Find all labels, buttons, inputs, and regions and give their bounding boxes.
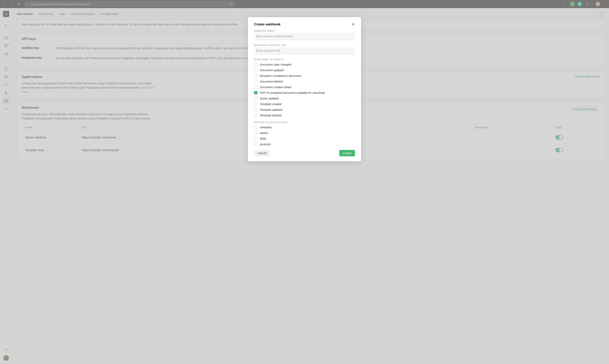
modal-overlay: Create webhook ✕ WEBHOOK NAME* WEBHOOK E… <box>0 0 609 364</box>
event-label: Document creation failed <box>260 86 291 89</box>
checkbox[interactable] <box>254 85 257 89</box>
checkbox[interactable] <box>254 137 257 140</box>
checkbox[interactable] <box>254 131 257 135</box>
close-icon[interactable]: ✕ <box>352 22 355 27</box>
event-row[interactable]: Document creation failed <box>254 85 355 89</box>
event-label: Template created <box>260 103 281 106</box>
event-row[interactable]: Quote updated <box>254 97 355 100</box>
event-row[interactable]: Template created <box>254 102 355 106</box>
event-label: Document updated <box>260 69 284 72</box>
checkbox[interactable] <box>254 63 257 66</box>
create-webhook-modal: Create webhook ✕ WEBHOOK NAME* WEBHOOK E… <box>248 17 361 161</box>
events-label: SUBSCRIBE TO EVENTS* <box>254 58 355 61</box>
webhook-url-label-text: WEBHOOK ENDPOINT URL <box>254 44 286 46</box>
payload-list: metadatatokensfieldsproducts <box>254 126 355 146</box>
event-label: Template updated <box>260 108 282 111</box>
checkmark-icon: ✓ <box>255 91 257 94</box>
webhook-url-input[interactable] <box>254 47 355 54</box>
event-row[interactable]: Document state changed <box>254 63 355 66</box>
payload-label: fields <box>260 137 266 140</box>
checkbox[interactable] <box>254 143 257 146</box>
checkbox[interactable] <box>254 80 257 83</box>
event-label: Document state changed <box>260 63 291 66</box>
payload-label: tokens <box>260 131 268 135</box>
modal-title: Create webhook <box>254 22 280 26</box>
event-row[interactable]: ✓PDF of completed document available for… <box>254 91 355 94</box>
payload-row[interactable]: metadata <box>254 126 355 129</box>
event-label: Document deleted <box>260 80 283 83</box>
checkbox[interactable] <box>254 74 257 78</box>
event-row[interactable]: Document updated <box>254 68 355 72</box>
events-list: Document state changedDocument updatedRe… <box>254 63 355 117</box>
checkbox[interactable] <box>254 114 257 117</box>
checkbox[interactable] <box>254 97 257 100</box>
checkbox[interactable] <box>254 108 257 111</box>
event-row[interactable]: Document deleted <box>254 80 355 83</box>
event-row[interactable]: Recipient completed a document <box>254 74 355 78</box>
checkbox[interactable]: ✓ <box>254 91 257 94</box>
checkbox[interactable] <box>254 102 257 106</box>
checkbox[interactable] <box>254 68 257 72</box>
payload-row[interactable]: products <box>254 143 355 146</box>
create-button[interactable]: Create <box>339 150 355 156</box>
webhook-name-label-text: WEBHOOK NAME <box>254 30 275 32</box>
cancel-button[interactable]: Cancel <box>254 150 270 156</box>
payload-label: metadata <box>260 126 272 129</box>
webhook-url-label: WEBHOOK ENDPOINT URL* <box>254 44 355 46</box>
events-label-text: SUBSCRIBE TO EVENTS <box>254 58 283 61</box>
webhook-name-input[interactable] <box>254 33 355 40</box>
payload-row[interactable]: fields <box>254 137 355 140</box>
event-row[interactable]: Template updated <box>254 108 355 111</box>
payload-label: products <box>260 143 271 146</box>
payload-label: INCLUDE IN JSON PAYLOAD <box>254 121 355 123</box>
webhook-name-label: WEBHOOK NAME* <box>254 30 355 32</box>
payload-row[interactable]: tokens <box>254 131 355 135</box>
checkbox[interactable] <box>254 126 257 129</box>
event-label: PDF of completed document available for … <box>260 91 325 94</box>
event-label: Quote updated <box>260 97 279 100</box>
event-label: Recipient completed a document <box>260 74 301 78</box>
event-row[interactable]: Template deleted <box>254 114 355 117</box>
event-label: Template deleted <box>260 114 281 117</box>
